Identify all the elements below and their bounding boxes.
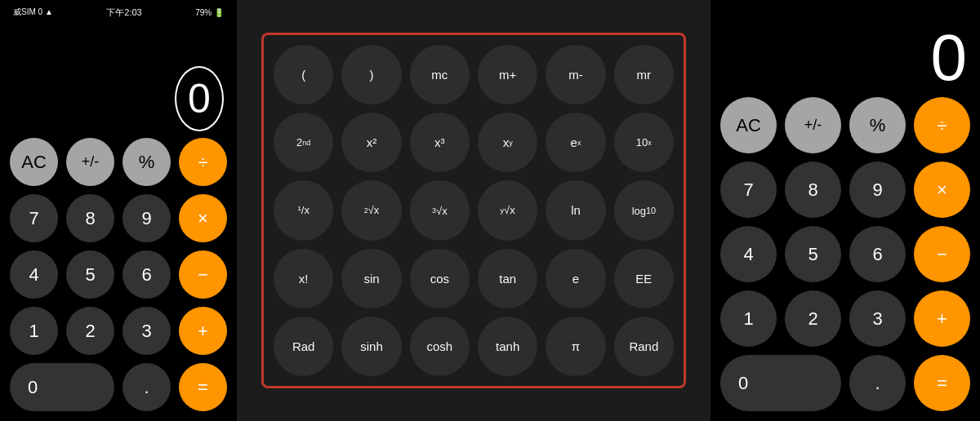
left-negate-button[interactable]: +/- xyxy=(66,138,114,186)
right-eight-button[interactable]: 8 xyxy=(785,162,841,218)
pi-button[interactable]: π xyxy=(546,317,605,376)
euler-button[interactable]: e xyxy=(546,249,605,308)
right-six-button[interactable]: 6 xyxy=(849,226,906,282)
right-five-button[interactable]: 5 xyxy=(785,226,841,282)
x-squared-button[interactable]: x² xyxy=(341,113,401,172)
battery-text: 79% 🔋 xyxy=(195,8,224,17)
factorial-button[interactable]: x! xyxy=(274,249,333,308)
mr-button[interactable]: mr xyxy=(614,45,674,104)
right-divide-button[interactable]: ÷ xyxy=(914,97,970,153)
second-button[interactable]: 2nd xyxy=(274,113,333,172)
ln-button[interactable]: ln xyxy=(546,180,605,240)
left-four-button[interactable]: 4 xyxy=(10,250,58,299)
yth-root-button[interactable]: y√x xyxy=(478,180,537,240)
left-equals-button[interactable]: = xyxy=(179,363,227,411)
signal-text: 威SIM 0 ▲ xyxy=(13,7,53,18)
rand-button[interactable]: Rand xyxy=(614,317,674,376)
left-buttons-grid: AC +/- % ÷ 7 8 9 × 4 5 6 − 1 2 3 + 0 . = xyxy=(10,138,227,411)
right-multiply-button[interactable]: × xyxy=(914,162,970,218)
sinh-button[interactable]: sinh xyxy=(341,317,401,376)
left-subtract-button[interactable]: − xyxy=(179,250,227,299)
log10-button[interactable]: log10 xyxy=(614,180,674,240)
open-paren-button[interactable]: ( xyxy=(274,45,333,104)
cbrt-button[interactable]: 3√x xyxy=(410,180,470,240)
left-three-button[interactable]: 3 xyxy=(122,307,171,355)
cos-button[interactable]: cos xyxy=(410,249,470,308)
reciprocal-button[interactable]: ¹/x xyxy=(274,180,333,240)
sqrt-button[interactable]: 2√x xyxy=(341,180,401,240)
right-two-button[interactable]: 2 xyxy=(785,290,841,347)
left-display: 0 xyxy=(10,24,227,138)
sin-button[interactable]: sin xyxy=(341,249,401,308)
right-negate-button[interactable]: +/- xyxy=(785,97,841,153)
rad-button[interactable]: Rad xyxy=(274,317,333,376)
right-zero-button[interactable]: 0 xyxy=(720,355,841,411)
status-bar: 威SIM 0 ▲ 下午2:03 79% 🔋 xyxy=(10,0,227,24)
left-clear-button[interactable]: AC xyxy=(10,138,58,186)
right-decimal-button[interactable]: . xyxy=(849,355,906,411)
left-display-value: 0 xyxy=(175,66,224,131)
left-percent-button[interactable]: % xyxy=(122,138,171,186)
left-add-button[interactable]: + xyxy=(179,307,227,355)
scientific-panel-container: ( ) mc m+ m- mr 2nd x² x³ xy ex 10x ¹/x … xyxy=(237,0,710,421)
right-four-button[interactable]: 4 xyxy=(720,226,777,282)
m-plus-button[interactable]: m+ xyxy=(478,45,537,104)
right-nine-button[interactable]: 9 xyxy=(849,162,906,218)
ten-to-x-button[interactable]: 10x xyxy=(614,113,674,172)
e-to-x-button[interactable]: ex xyxy=(546,113,605,172)
right-display-value: 0 xyxy=(931,25,968,91)
scientific-panel: ( ) mc m+ m- mr 2nd x² x³ xy ex 10x ¹/x … xyxy=(261,33,686,389)
left-two-button[interactable]: 2 xyxy=(66,307,114,355)
right-seven-button[interactable]: 7 xyxy=(720,162,777,218)
left-eight-button[interactable]: 8 xyxy=(66,194,114,242)
right-subtract-button[interactable]: − xyxy=(914,226,970,282)
right-display: 0 xyxy=(720,24,970,97)
left-zero-button[interactable]: 0 xyxy=(10,363,114,411)
right-three-button[interactable]: 3 xyxy=(849,290,906,347)
close-paren-button[interactable]: ) xyxy=(341,45,401,104)
tan-button[interactable]: tan xyxy=(478,249,537,308)
left-one-button[interactable]: 1 xyxy=(10,307,58,355)
left-nine-button[interactable]: 9 xyxy=(122,194,171,242)
time-text: 下午2:03 xyxy=(106,7,141,19)
right-equals-button[interactable]: = xyxy=(914,355,970,411)
left-six-button[interactable]: 6 xyxy=(122,250,171,299)
left-divide-button[interactable]: ÷ xyxy=(179,138,227,186)
left-seven-button[interactable]: 7 xyxy=(10,194,58,242)
tanh-button[interactable]: tanh xyxy=(478,317,537,376)
right-one-button[interactable]: 1 xyxy=(720,290,777,347)
right-buttons-grid: AC +/- % ÷ 7 8 9 × 4 5 6 − 1 2 3 + 0 . = xyxy=(720,97,970,411)
left-calculator: 威SIM 0 ▲ 下午2:03 79% 🔋 0 AC +/- % ÷ 7 8 9… xyxy=(0,0,237,421)
x-cubed-button[interactable]: x³ xyxy=(410,113,470,172)
x-to-y-button[interactable]: xy xyxy=(478,113,537,172)
left-five-button[interactable]: 5 xyxy=(66,250,114,299)
right-calculator: 0 AC +/- % ÷ 7 8 9 × 4 5 6 − 1 2 3 + 0 .… xyxy=(710,0,980,421)
right-add-button[interactable]: + xyxy=(914,290,970,347)
cosh-button[interactable]: cosh xyxy=(410,317,470,376)
left-decimal-button[interactable]: . xyxy=(122,363,171,411)
right-percent-button[interactable]: % xyxy=(849,97,906,153)
left-multiply-button[interactable]: × xyxy=(179,194,227,242)
right-clear-button[interactable]: AC xyxy=(720,97,777,153)
mc-button[interactable]: mc xyxy=(410,45,470,104)
m-minus-button[interactable]: m- xyxy=(546,45,605,104)
ee-button[interactable]: EE xyxy=(614,249,674,308)
